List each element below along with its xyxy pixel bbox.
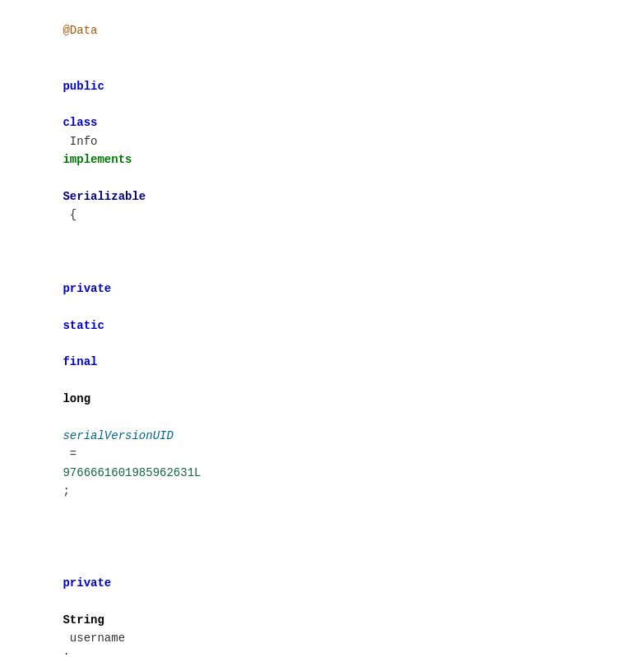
code-annotation-data: @Data: [21, 3, 637, 58]
kw-static: static: [63, 319, 104, 332]
kw-public: public: [63, 80, 104, 93]
field-serial-uid: serialVersionUID: [63, 429, 173, 442]
type-long: long: [63, 392, 90, 405]
type-string-username: String: [63, 613, 104, 627]
line-class-decl: public class Info implements Serializabl…: [0, 58, 644, 243]
kw-class: class: [63, 116, 97, 129]
line-annotation-data: @Data: [0, 3, 644, 58]
code-class-decl: public class Info implements Serializabl…: [21, 58, 637, 243]
kw-implements: implements: [63, 153, 132, 166]
kw-final: final: [63, 355, 97, 368]
code-editor: @Data public class Info implements Seria…: [0, 0, 644, 657]
code-serial-uid: private static final long serialVersionU…: [21, 243, 637, 519]
empty-line-1: [0, 519, 644, 537]
serial-value: 9766661601985962631L: [63, 466, 201, 479]
line-username-field: private String username ;: [0, 537, 644, 657]
kw-private-username: private: [63, 576, 111, 590]
kw-private-serial: private: [63, 282, 111, 295]
interface-serializable: Serializable: [63, 190, 146, 203]
line-serial-uid: private static final long serialVersionU…: [0, 243, 644, 519]
code-username-field: private String username ;: [21, 537, 637, 657]
annotation-data-token: @Data: [63, 24, 97, 37]
